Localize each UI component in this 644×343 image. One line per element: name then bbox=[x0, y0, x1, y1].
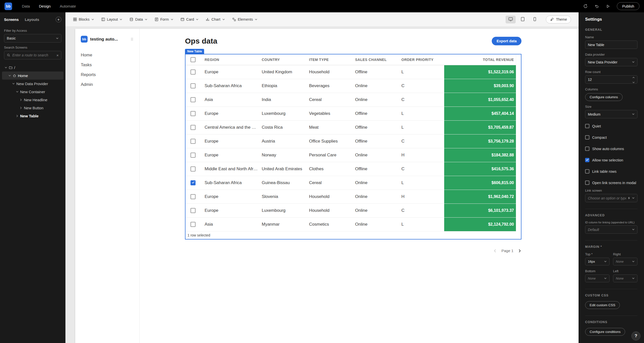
chevron-down-icon[interactable] bbox=[8, 74, 11, 77]
add-screen-button[interactable]: + bbox=[56, 17, 61, 22]
sync-icon[interactable] bbox=[583, 4, 588, 9]
select-all-checkbox[interactable] bbox=[191, 57, 196, 62]
topnav-data[interactable]: Data bbox=[18, 2, 34, 10]
app-nav-item-reports[interactable]: Reports bbox=[81, 70, 134, 80]
table-scrollbar[interactable] bbox=[516, 54, 521, 231]
tree-item-new-table[interactable]: New Table bbox=[2, 112, 63, 120]
table-row[interactable]: EuropeLuxembourgVegetablesOfflineL$457,4… bbox=[185, 107, 521, 121]
column-header-sales-channel[interactable]: SALES CHANNEL bbox=[351, 58, 397, 62]
stepper-down-icon[interactable] bbox=[632, 80, 635, 84]
stepper-up-icon[interactable] bbox=[632, 75, 635, 79]
table-row[interactable]: EuropeUnited KingdomHouseholdOfflineL$1,… bbox=[185, 65, 521, 79]
theme-button[interactable]: Theme bbox=[546, 16, 571, 23]
checkbox-unchecked[interactable] bbox=[585, 169, 589, 174]
tree-item-new-button[interactable]: New Button bbox=[2, 104, 63, 112]
tab-screens[interactable]: Screens bbox=[4, 17, 19, 22]
column-header-total-revenue[interactable]: TOTAL REVENUE bbox=[444, 58, 521, 62]
device-mobile-button[interactable] bbox=[530, 16, 540, 23]
help-button[interactable]: ? bbox=[631, 331, 640, 340]
chevron-down-icon[interactable] bbox=[12, 82, 15, 85]
binding-bolt-icon[interactable] bbox=[628, 196, 630, 200]
id-column-select[interactable]: Default bbox=[585, 225, 637, 234]
margin-bottom-select[interactable]: None bbox=[585, 275, 610, 282]
budibase-logo[interactable]: bb bbox=[5, 3, 12, 10]
toolbar-group-blocks[interactable]: Blocks bbox=[73, 17, 94, 21]
configure-conditions-button[interactable]: Configure conditions bbox=[585, 328, 625, 336]
toolbar-group-data[interactable]: Data bbox=[129, 17, 147, 21]
selected-table-component[interactable]: New Table REGIONCOUNTRYITEM TYPESALES CH… bbox=[185, 54, 521, 239]
data-provider-select[interactable]: New Data Provider bbox=[585, 58, 637, 66]
checkbox-unchecked[interactable] bbox=[585, 135, 589, 140]
preview-play-icon[interactable] bbox=[606, 4, 610, 9]
setting-checkbox-allow-row-selection[interactable]: Allow row selection bbox=[585, 158, 637, 162]
publish-button[interactable]: Publish bbox=[617, 2, 639, 10]
toolbar-group-chart[interactable]: Chart bbox=[206, 17, 225, 21]
link-screen-input[interactable] bbox=[588, 196, 626, 200]
row-checkbox[interactable] bbox=[191, 83, 196, 88]
checkbox-unchecked[interactable] bbox=[585, 181, 589, 185]
table-row[interactable]: EuropeSloveniaHouseholdOnlineH$1,962,040… bbox=[185, 190, 521, 204]
table-row[interactable]: EuropeLuxembourgHouseholdOnlineC$6,101,9… bbox=[185, 204, 521, 218]
table-row[interactable]: Middle East and North AfricaUnited Arab … bbox=[185, 162, 521, 176]
chevron-down-icon[interactable] bbox=[632, 197, 635, 199]
margin-right-select[interactable]: None bbox=[613, 258, 637, 265]
toolbar-group-card[interactable]: Card bbox=[180, 17, 199, 21]
setting-checkbox-show-auto-columns[interactable]: Show auto columns bbox=[585, 147, 637, 151]
row-checkbox[interactable] bbox=[191, 111, 196, 116]
margin-left-select[interactable]: None bbox=[613, 275, 637, 282]
tree-item-new-headline[interactable]: New Headline bbox=[2, 96, 63, 104]
drag-handle-icon[interactable] bbox=[130, 37, 134, 41]
size-select[interactable]: Medium bbox=[585, 110, 637, 118]
column-header-item-type[interactable]: ITEM TYPE bbox=[305, 58, 351, 62]
row-checkbox[interactable] bbox=[191, 97, 196, 102]
configure-columns-button[interactable]: Configure columns bbox=[585, 93, 623, 101]
app-nav-item-admin[interactable]: Admin bbox=[81, 80, 134, 89]
topnav-automate[interactable]: Automate bbox=[56, 2, 80, 10]
table-row[interactable]: Sub-Saharan AfricaGuinea-BissauCerealOnl… bbox=[185, 176, 521, 190]
row-checkbox[interactable] bbox=[191, 153, 196, 158]
tree-item-new-container[interactable]: New Container bbox=[2, 88, 63, 96]
row-count-input[interactable] bbox=[588, 78, 631, 82]
toolbar-group-elements[interactable]: Elements bbox=[232, 17, 257, 21]
column-header-order-priority[interactable]: ORDER PRIORITY bbox=[397, 58, 444, 62]
checkbox-unchecked[interactable] bbox=[585, 147, 589, 151]
device-tablet-button[interactable] bbox=[518, 16, 528, 23]
link-screen-combobox[interactable] bbox=[585, 194, 637, 202]
page-prev-icon[interactable] bbox=[493, 249, 497, 253]
table-row[interactable]: AsiaIndiaCerealOnlineC$1,055,652.40 bbox=[185, 93, 521, 107]
chevron-right-icon[interactable] bbox=[20, 98, 22, 101]
access-filter-select[interactable]: Basic bbox=[4, 34, 61, 43]
export-data-button[interactable]: Export data bbox=[492, 37, 521, 45]
tree-item-home[interactable]: Home bbox=[2, 72, 63, 80]
row-count-field[interactable] bbox=[585, 75, 637, 84]
screen-search-input[interactable] bbox=[12, 53, 54, 57]
page-next-icon[interactable] bbox=[518, 249, 521, 253]
table-row[interactable]: Central America and the Caribb...Costa R… bbox=[185, 121, 521, 134]
margin-top-select[interactable]: 16px bbox=[585, 258, 610, 265]
toolbar-group-form[interactable]: Form bbox=[155, 17, 173, 21]
name-field[interactable] bbox=[585, 41, 637, 49]
topnav-design[interactable]: Design bbox=[35, 2, 55, 10]
row-checkbox[interactable] bbox=[191, 70, 196, 75]
row-checkbox[interactable] bbox=[191, 166, 196, 172]
setting-checkbox-compact[interactable]: Compact bbox=[585, 135, 637, 140]
table-row[interactable]: EuropeAustriaOffice SuppliesOfflineC$3,7… bbox=[185, 134, 521, 148]
row-checkbox[interactable] bbox=[191, 222, 196, 227]
undo-icon[interactable] bbox=[594, 4, 599, 9]
table-row[interactable]: AsiaMyanmarCosmeticsOnlineL$2,124,792.00 bbox=[185, 218, 521, 231]
toolbar-group-layout[interactable]: Layout bbox=[101, 17, 123, 21]
row-checkbox[interactable] bbox=[191, 194, 196, 199]
row-checkbox[interactable] bbox=[191, 180, 196, 185]
tree-item-root[interactable]: / bbox=[2, 63, 63, 72]
column-header-region[interactable]: REGION bbox=[201, 58, 258, 62]
edit-custom-css-button[interactable]: Edit custom CSS bbox=[585, 301, 620, 309]
chevron-right-icon[interactable] bbox=[16, 115, 19, 117]
clear-search-icon[interactable]: × bbox=[56, 53, 59, 57]
setting-checkbox-open-link-screens-in-modal[interactable]: Open link screens in modal bbox=[585, 181, 637, 185]
chevron-down-icon[interactable] bbox=[5, 66, 7, 69]
chevron-down-icon[interactable] bbox=[16, 90, 19, 93]
app-nav-item-home[interactable]: Home bbox=[81, 50, 134, 60]
row-checkbox[interactable] bbox=[191, 139, 196, 144]
table-row[interactable]: EuropeNorwayPersonal CareOnlineH$184,382… bbox=[185, 148, 521, 162]
setting-checkbox-link-table-rows[interactable]: Link table rows bbox=[585, 169, 637, 174]
